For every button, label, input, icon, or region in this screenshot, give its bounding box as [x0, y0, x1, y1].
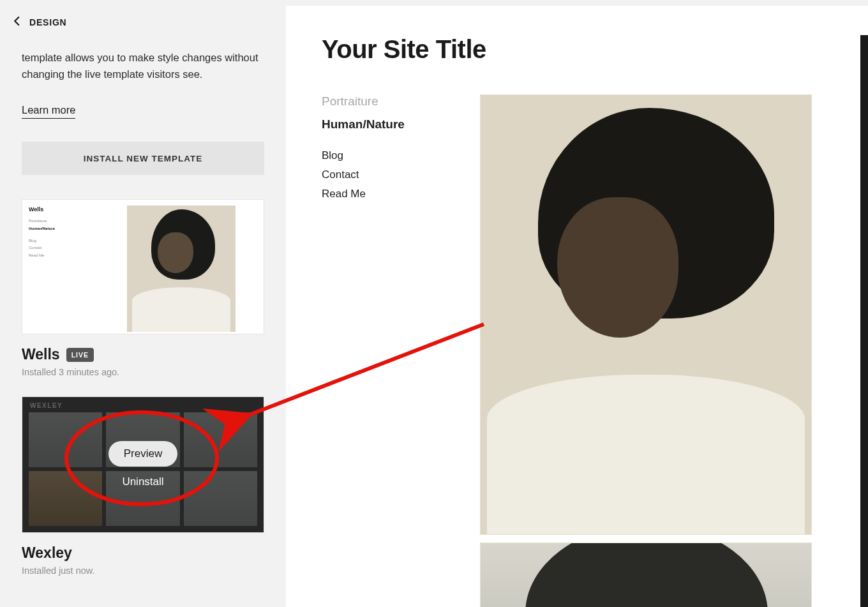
template-name: Wexley [22, 544, 72, 562]
mini-site-title: Wells [29, 206, 93, 213]
gallery [480, 94, 868, 607]
chevron-left-icon [11, 15, 23, 29]
template-card-wexley[interactable]: WEXLEY Preview Uninstall Wexley Installe… [22, 396, 264, 576]
nav-item-blog[interactable]: Blog [322, 149, 449, 162]
site-nav: Portraiture Human/Nature Blog Contact Re… [322, 94, 449, 607]
template-meta: Installed 3 minutes ago. [22, 367, 264, 377]
sidebar: DESIGN template allows you to make style… [0, 0, 286, 607]
nav-item-contact[interactable]: Contact [322, 169, 449, 181]
mini-nav-item: Blog [29, 237, 93, 244]
panel-description: template allows you to make style change… [22, 50, 264, 82]
mini-nav-item: Contact [29, 244, 93, 251]
site-title: Your Site Title [322, 35, 868, 64]
live-badge: LIVE [66, 348, 94, 362]
mini-nav-item: Portraiture [29, 218, 93, 225]
portrait-image-icon [480, 94, 812, 535]
template-thumbnail: WEXLEY Preview Uninstall [22, 396, 264, 533]
template-card-wells[interactable]: Wells Portraiture Human/Nature Blog Cont… [22, 199, 264, 377]
install-new-template-button[interactable]: INSTALL NEW TEMPLATE [22, 142, 264, 175]
preview-button[interactable]: Preview [108, 441, 177, 467]
learn-more-link[interactable]: Learn more [22, 104, 75, 119]
mini-nav-item: Read Me [29, 252, 93, 259]
template-meta: Installed just now. [22, 566, 264, 576]
site-preview-pane: Your Site Title Portraiture Human/Nature… [286, 6, 868, 607]
nav-item-human-nature[interactable]: Human/Nature [322, 117, 449, 131]
back-label: DESIGN [29, 17, 66, 27]
hat-image-icon [480, 543, 812, 607]
back-button[interactable]: DESIGN [0, 0, 286, 50]
mini-nav-item: Human/Nature [29, 225, 93, 232]
nav-item-portraiture[interactable]: Portraiture [322, 94, 449, 109]
template-name: Wells [22, 346, 60, 363]
nav-item-readme[interactable]: Read Me [322, 188, 449, 200]
uninstall-button[interactable]: Uninstall [122, 476, 163, 488]
mini-brand: WEXLEY [30, 402, 63, 409]
template-thumbnail: Wells Portraiture Human/Nature Blog Cont… [22, 199, 264, 334]
portrait-image-icon [127, 206, 236, 332]
